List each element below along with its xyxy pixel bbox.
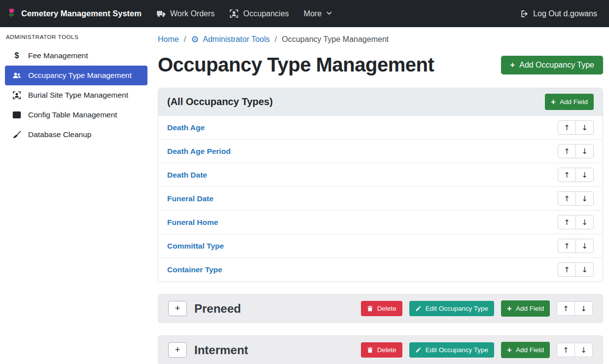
reorder-group: ↑ ↓ bbox=[557, 343, 593, 357]
add-field-label: Add Field bbox=[516, 346, 544, 354]
field-link[interactable]: Funeral Home bbox=[167, 218, 218, 227]
reorder-group: ↑ ↓ bbox=[557, 301, 593, 316]
occupancy-type-section-interment: + Interment Delete Edit Occupancy Type +… bbox=[158, 335, 603, 364]
field-link[interactable]: Death Date bbox=[167, 171, 207, 180]
broom-icon bbox=[12, 130, 22, 139]
card-title: (All Occupancy Types) bbox=[167, 96, 273, 108]
reorder-group: ↑ ↓ bbox=[558, 215, 594, 229]
sidebar: ADMINISTRATOR TOOLS $ Fee Management Occ… bbox=[0, 27, 152, 364]
delete-button[interactable]: Delete bbox=[361, 342, 402, 358]
field-link[interactable]: Death Age Period bbox=[167, 147, 231, 156]
section-actions: Delete Edit Occupancy Type + Add Field ↑… bbox=[361, 300, 593, 317]
sidebar-item-occupancy-type-management[interactable]: Occupancy Type Management bbox=[5, 66, 147, 85]
nav-more-label: More bbox=[304, 9, 322, 18]
add-field-label: Add Field bbox=[516, 305, 544, 312]
move-up-button[interactable]: ↑ bbox=[558, 262, 576, 277]
field-row: Death Date ↑ ↓ bbox=[158, 163, 603, 186]
logout-button[interactable]: Log Out d.gowans bbox=[520, 9, 597, 18]
edit-occupancy-type-button[interactable]: Edit Occupancy Type bbox=[409, 342, 494, 358]
person-frame-icon bbox=[12, 91, 22, 100]
main-content: Home / ⚙ Administrator Tools / Occupancy… bbox=[152, 27, 609, 364]
move-down-button[interactable]: ↓ bbox=[574, 301, 593, 316]
add-field-button[interactable]: + Add Field bbox=[501, 300, 550, 317]
pencil-icon bbox=[415, 305, 422, 312]
move-down-button[interactable]: ↓ bbox=[575, 168, 594, 182]
plus-icon: + bbox=[510, 61, 515, 69]
move-down-button[interactable]: ↓ bbox=[575, 262, 594, 277]
app-brand[interactable]: Cemetery Management System bbox=[7, 7, 142, 20]
sidebar-item-database-cleanup[interactable]: Database Cleanup bbox=[5, 125, 147, 145]
add-field-button[interactable]: + Add Field bbox=[545, 94, 594, 110]
move-up-button[interactable]: ↑ bbox=[558, 120, 576, 135]
sidebar-item-config-table-management[interactable]: Config Table Management bbox=[5, 105, 147, 125]
move-down-button[interactable]: ↓ bbox=[575, 144, 594, 158]
sidebar-item-fee-management[interactable]: $ Fee Management bbox=[5, 46, 147, 66]
section-name: Interment bbox=[194, 343, 248, 357]
nav-occupancies-label: Occupancies bbox=[243, 9, 289, 18]
top-navbar: Cemetery Management System Work Orders O… bbox=[0, 0, 609, 27]
move-up-button[interactable]: ↑ bbox=[558, 144, 576, 158]
sidebar-item-burial-site-type-management[interactable]: Burial Site Type Management bbox=[5, 85, 147, 105]
sidebar-item-label: Fee Management bbox=[28, 51, 88, 60]
trash-icon bbox=[367, 347, 373, 353]
plus-icon: + bbox=[507, 346, 512, 354]
edit-occupancy-type-label: Edit Occupancy Type bbox=[426, 346, 488, 354]
move-up-button[interactable]: ↑ bbox=[558, 239, 576, 253]
nav-work-orders[interactable]: Work Orders bbox=[156, 9, 215, 18]
add-occupancy-type-button[interactable]: + Add Occupancy Type bbox=[501, 56, 603, 74]
move-up-button[interactable]: ↑ bbox=[557, 301, 575, 316]
sidebar-section-header: ADMINISTRATOR TOOLS bbox=[0, 31, 152, 46]
table-icon bbox=[12, 110, 22, 119]
breadcrumb-home-link[interactable]: Home bbox=[158, 35, 179, 44]
plus-icon: + bbox=[551, 98, 556, 106]
breadcrumb: Home / ⚙ Administrator Tools / Occupancy… bbox=[158, 35, 603, 44]
expand-button[interactable]: + bbox=[168, 301, 187, 316]
trash-icon bbox=[367, 305, 373, 312]
nav-occupancies[interactable]: Occupancies bbox=[229, 9, 289, 18]
move-up-button[interactable]: ↑ bbox=[557, 343, 575, 357]
delete-label: Delete bbox=[377, 346, 396, 354]
move-up-button[interactable]: ↑ bbox=[558, 168, 576, 182]
section-name: Preneed bbox=[194, 302, 241, 316]
move-down-button[interactable]: ↓ bbox=[575, 239, 594, 253]
delete-label: Delete bbox=[377, 305, 396, 312]
sidebar-item-label: Burial Site Type Management bbox=[28, 91, 128, 100]
reorder-group: ↑ ↓ bbox=[558, 120, 594, 135]
field-row: Death Age Period ↑ ↓ bbox=[158, 139, 603, 163]
move-down-button[interactable]: ↓ bbox=[574, 343, 593, 357]
field-link[interactable]: Container Type bbox=[167, 265, 222, 274]
field-row: Death Age ↑ ↓ bbox=[158, 115, 603, 139]
field-link[interactable]: Committal Type bbox=[167, 242, 224, 251]
move-up-button[interactable]: ↑ bbox=[558, 215, 576, 229]
nav-more[interactable]: More bbox=[304, 9, 332, 18]
expand-button[interactable]: + bbox=[168, 342, 187, 358]
users-icon bbox=[12, 71, 22, 80]
field-link[interactable]: Funeral Date bbox=[167, 194, 214, 203]
reorder-group: ↑ ↓ bbox=[558, 262, 594, 277]
logout-icon bbox=[520, 9, 529, 18]
field-row: Container Type ↑ ↓ bbox=[158, 257, 603, 281]
gear-icon: ⚙ bbox=[191, 35, 199, 44]
reorder-group: ↑ ↓ bbox=[558, 239, 594, 253]
reorder-group: ↑ ↓ bbox=[558, 191, 594, 206]
field-link[interactable]: Death Age bbox=[167, 123, 205, 132]
section-actions: Delete Edit Occupancy Type + Add Field ↑… bbox=[361, 342, 593, 358]
delete-button[interactable]: Delete bbox=[361, 301, 402, 316]
move-down-button[interactable]: ↓ bbox=[575, 191, 594, 206]
sidebar-item-label: Config Table Management bbox=[28, 110, 117, 119]
move-up-button[interactable]: ↑ bbox=[558, 191, 576, 206]
move-down-button[interactable]: ↓ bbox=[575, 215, 594, 229]
logout-label: Log Out d.gowans bbox=[533, 9, 597, 18]
reorder-group: ↑ ↓ bbox=[558, 168, 594, 182]
plus-icon: + bbox=[507, 304, 512, 313]
person-frame-icon bbox=[229, 9, 239, 18]
all-occupancy-types-card: (All Occupancy Types) + Add Field Death … bbox=[158, 88, 603, 282]
move-down-button[interactable]: ↓ bbox=[575, 120, 594, 135]
field-row: Funeral Date ↑ ↓ bbox=[158, 186, 603, 210]
field-row: Funeral Home ↑ ↓ bbox=[158, 210, 603, 234]
truck-icon bbox=[156, 9, 166, 18]
field-row: Committal Type ↑ ↓ bbox=[158, 234, 603, 257]
add-field-button[interactable]: + Add Field bbox=[501, 342, 550, 358]
breadcrumb-admin-tools-link[interactable]: ⚙ Administrator Tools bbox=[191, 35, 270, 44]
edit-occupancy-type-button[interactable]: Edit Occupancy Type bbox=[409, 301, 494, 316]
